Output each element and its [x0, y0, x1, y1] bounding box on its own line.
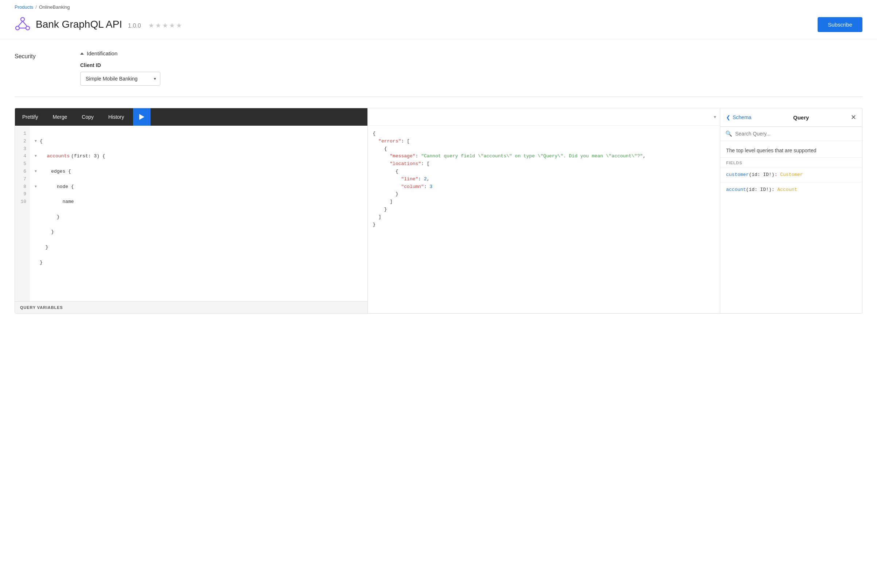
code-text-8: }: [40, 244, 48, 251]
copy-button[interactable]: Copy: [74, 109, 101, 125]
code-editor[interactable]: 1 2 3 4 5 6 7 8 9 10 ▼{ ▼ accounts(first…: [15, 126, 368, 301]
code-line-3: ▼ edges {: [35, 168, 362, 176]
breadcrumb-products-link[interactable]: Products: [15, 4, 33, 10]
schema-panel-title: Query: [793, 114, 809, 121]
search-query-input[interactable]: [735, 131, 857, 136]
svg-point-1: [16, 26, 20, 30]
code-text-9: }: [40, 259, 43, 267]
fold-10: [35, 275, 38, 280]
star-3[interactable]: ★: [162, 21, 168, 30]
code-text-7: }: [40, 228, 54, 236]
fold-9: [35, 260, 38, 266]
chevron-left-icon: ❮: [726, 114, 730, 120]
merge-button[interactable]: Merge: [45, 109, 75, 125]
search-box: 🔍: [720, 127, 862, 141]
code-line-4: ▼ node {: [35, 183, 362, 191]
fields-label: FIELDS: [720, 158, 862, 167]
fold-6: [35, 214, 38, 220]
star-5[interactable]: ★: [176, 21, 182, 30]
field-account-type: Account: [777, 187, 797, 192]
query-variables-bar[interactable]: QUERY VARIABLES: [15, 301, 368, 313]
code-line-6: }: [35, 213, 362, 221]
schema-header: ❮ Schema Query ✕: [720, 108, 862, 127]
code-line-8: }: [35, 244, 362, 251]
breadcrumb: Products / OnlineBanking: [0, 0, 877, 13]
schema-header-left: ❮ Schema: [726, 114, 751, 120]
graphql-editor-area: Prettify Merge Copy History 1 2 3 4 5 6 …: [15, 108, 862, 314]
code-text-6: }: [40, 213, 60, 221]
identification-header: Identification: [80, 50, 862, 57]
fold-2[interactable]: ▼: [35, 153, 38, 159]
star-rating[interactable]: ★ ★ ★ ★ ★: [148, 21, 182, 30]
field-account-name: account: [726, 187, 746, 192]
header-left: Bank GraphQL API 1.0.0 ★ ★ ★ ★ ★: [15, 16, 182, 32]
svg-point-2: [26, 26, 30, 30]
code-line-9: }: [35, 259, 362, 267]
svg-line-4: [23, 21, 27, 26]
star-4[interactable]: ★: [169, 21, 175, 30]
field-account-arg: (id: ID!):: [746, 187, 778, 192]
history-button[interactable]: History: [101, 109, 132, 125]
code-line-2: ▼ accounts(first: 3) {: [35, 153, 362, 160]
code-text-2b: (first: 3) {: [71, 153, 105, 160]
run-button[interactable]: [133, 108, 150, 126]
breadcrumb-separator: /: [35, 4, 37, 10]
main-content: Security Identification Client ID Simple…: [0, 39, 877, 325]
client-id-select-wrapper: Simple Mobile Banking Option 2 ▾: [80, 72, 161, 86]
code-content[interactable]: ▼{ ▼ accounts(first: 3) { ▼ edges { ▼ no…: [30, 126, 368, 301]
code-text-5: name: [40, 198, 74, 206]
query-panel: Prettify Merge Copy History 1 2 3 4 5 6 …: [15, 108, 368, 313]
identification-label: Identification: [87, 50, 117, 57]
code-text-2a: [40, 153, 45, 160]
result-fold-arrow[interactable]: ▼: [712, 114, 718, 120]
code-line-1: ▼{: [35, 138, 362, 146]
api-title-group: Bank GraphQL API 1.0.0 ★ ★ ★ ★ ★: [36, 19, 182, 30]
svg-point-0: [21, 18, 24, 21]
security-content: Identification Client ID Simple Mobile B…: [80, 50, 862, 86]
fold-8: [35, 244, 38, 250]
fold-3[interactable]: ▼: [35, 169, 38, 174]
search-icon: 🔍: [725, 130, 732, 137]
line-numbers: 1 2 3 4 5 6 7 8 9 10: [15, 126, 30, 301]
result-panel: ▼ { "errors": [ { "message": "Cannot que…: [368, 108, 720, 313]
client-id-label: Client ID: [80, 62, 862, 68]
field-account[interactable]: account(id: ID!): Account: [720, 182, 862, 197]
api-icon: [15, 16, 31, 32]
code-line-7: }: [35, 228, 362, 236]
fold-1[interactable]: ▼: [35, 138, 38, 144]
field-customer-name: customer: [726, 172, 749, 177]
close-schema-icon[interactable]: ✕: [851, 113, 856, 122]
run-triangle-icon: [139, 114, 144, 120]
api-version: 1.0.0: [128, 22, 141, 29]
page-header: Bank GraphQL API 1.0.0 ★ ★ ★ ★ ★ Subscri…: [0, 13, 877, 39]
code-text-3: edges {: [40, 168, 71, 176]
editor-toolbar: Prettify Merge Copy History: [15, 108, 368, 126]
field-customer[interactable]: customer(id: ID!): Customer: [720, 167, 862, 182]
schema-description: The top level queries that are supported: [720, 141, 862, 158]
fold-5: [35, 199, 38, 205]
code-line-10: [35, 274, 362, 282]
client-id-select[interactable]: Simple Mobile Banking Option 2: [80, 72, 161, 86]
accounts-fn: accounts: [47, 153, 70, 160]
code-text-4: node {: [40, 183, 74, 191]
security-label: Security: [15, 50, 58, 86]
fold-7: [35, 229, 38, 235]
schema-back-link[interactable]: Schema: [733, 114, 751, 120]
star-1[interactable]: ★: [148, 21, 154, 30]
security-section: Security Identification Client ID Simple…: [15, 50, 862, 97]
field-customer-type: Customer: [780, 172, 803, 177]
result-content: { "errors": [ { "message": "Cannot query…: [368, 126, 720, 313]
result-toolbar: ▼: [368, 108, 720, 126]
breadcrumb-current: OnlineBanking: [39, 4, 70, 10]
code-text-1: {: [40, 138, 43, 146]
svg-line-3: [18, 21, 23, 26]
code-line-5: name: [35, 198, 362, 206]
fold-4[interactable]: ▼: [35, 184, 38, 190]
star-2[interactable]: ★: [155, 21, 161, 30]
chevron-up-icon[interactable]: [80, 52, 84, 55]
subscribe-button[interactable]: Subscribe: [818, 17, 862, 32]
api-title: Bank GraphQL API: [36, 19, 122, 30]
prettify-button[interactable]: Prettify: [15, 109, 45, 125]
code-text-10: [40, 274, 43, 282]
schema-panel: ❮ Schema Query ✕ 🔍 The top level queries…: [720, 108, 862, 313]
